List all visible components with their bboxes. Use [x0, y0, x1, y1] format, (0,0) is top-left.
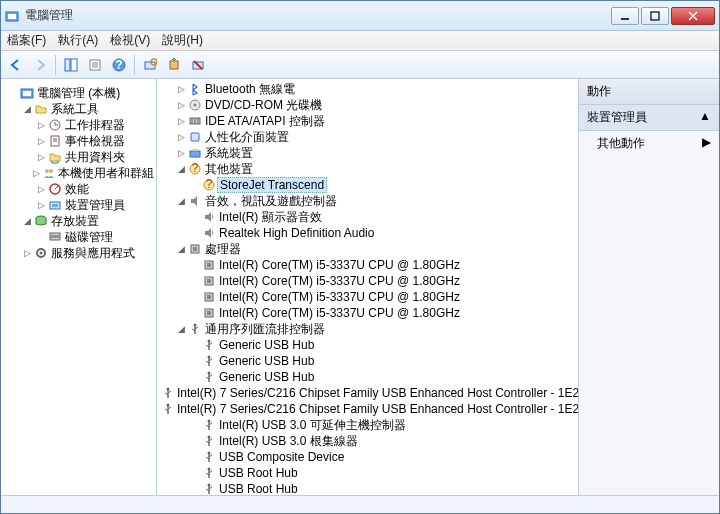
device-category[interactable]: ▷IDE ATA/ATAPI 控制器 [159, 113, 578, 129]
device-category[interactable]: ◢通用序列匯流排控制器 [159, 321, 578, 337]
device-item[interactable]: Generic USB Hub [159, 337, 578, 353]
tree-node-label: Intel(R) Core(TM) i5-3337U CPU @ 1.80GHz [217, 290, 460, 304]
device-item[interactable]: USB Root Hub [159, 481, 578, 495]
device-item[interactable]: Generic USB Hub [159, 369, 578, 385]
device-item[interactable]: Intel(R) Core(TM) i5-3337U CPU @ 1.80GHz [159, 273, 578, 289]
menu-file[interactable]: 檔案(F) [7, 32, 46, 49]
expand-toggle-icon[interactable]: ▷ [21, 248, 33, 258]
tree-node-label: Intel(R) 7 Series/C216 Chipset Family US… [175, 386, 579, 400]
svg-text:?: ? [206, 178, 213, 191]
device-item[interactable]: USB Root Hub [159, 465, 578, 481]
expand-toggle-icon[interactable]: ◢ [21, 216, 33, 226]
svc-icon [33, 245, 49, 261]
device-item[interactable]: Intel(R) 顯示器音效 [159, 209, 578, 225]
tree-item[interactable]: ▷共用資料夾 [5, 149, 156, 165]
forward-button[interactable] [29, 54, 51, 76]
tree-item[interactable]: ▷效能 [5, 181, 156, 197]
svg-rect-58 [207, 295, 211, 299]
usb-icon [187, 321, 203, 337]
device-category[interactable]: ▷人性化介面裝置 [159, 129, 578, 145]
device-item[interactable]: Intel(R) USB 3.0 可延伸主機控制器 [159, 417, 578, 433]
device-item[interactable]: Intel(R) Core(TM) i5-3337U CPU @ 1.80GHz [159, 289, 578, 305]
uninstall-button[interactable] [187, 54, 209, 76]
tree-item[interactable]: ▷事件檢視器 [5, 133, 156, 149]
actions-more-label: 其他動作 [597, 135, 645, 152]
svg-point-37 [40, 252, 43, 255]
expand-toggle-icon[interactable]: ▷ [35, 184, 47, 194]
devmgr-icon [47, 197, 63, 213]
device-category[interactable]: ◢處理器 [159, 241, 578, 257]
expand-toggle-icon[interactable]: ◢ [175, 196, 187, 206]
svg-rect-56 [207, 279, 211, 283]
tree-item[interactable]: ▷本機使用者和群組 [5, 165, 156, 181]
actions-section[interactable]: 裝置管理員 ▲ [579, 105, 719, 131]
expand-toggle-icon[interactable]: ▷ [175, 132, 187, 142]
device-item[interactable]: Intel(R) 7 Series/C216 Chipset Family US… [159, 385, 578, 401]
folder-icon [33, 101, 49, 117]
show-hide-tree-button[interactable] [60, 54, 82, 76]
tree-node-label: Bluetooth 無線電 [203, 81, 295, 98]
expand-toggle-icon[interactable]: ▷ [35, 200, 47, 210]
usb-icon [201, 481, 217, 495]
device-item[interactable]: Intel(R) USB 3.0 根集線器 [159, 433, 578, 449]
expand-toggle-icon[interactable]: ▷ [175, 100, 187, 110]
device-category[interactable]: ▷Bluetooth 無線電 [159, 81, 578, 97]
expand-toggle-icon[interactable]: ▷ [35, 152, 47, 162]
device-item[interactable]: ?StoreJet Transcend [159, 177, 578, 193]
help-button[interactable]: ? [108, 54, 130, 76]
menu-help[interactable]: 說明(H) [162, 32, 203, 49]
scan-hardware-button[interactable] [139, 54, 161, 76]
tree-root[interactable]: 電腦管理 (本機) [5, 85, 156, 101]
expand-toggle-icon[interactable]: ▷ [175, 84, 187, 94]
device-item[interactable]: Intel(R) Core(TM) i5-3337U CPU @ 1.80GHz [159, 257, 578, 273]
device-category[interactable]: ◢音效，視訊及遊戲控制器 [159, 193, 578, 209]
hid-icon [187, 129, 203, 145]
device-tree-pane[interactable]: ▷Bluetooth 無線電▷DVD/CD-ROM 光碟機▷IDE ATA/AT… [157, 79, 579, 495]
close-button[interactable] [671, 7, 715, 25]
tree-node-label: 工作排程器 [63, 117, 125, 134]
device-category[interactable]: ◢?其他裝置 [159, 161, 578, 177]
sound-icon [187, 193, 203, 209]
device-item[interactable]: Intel(R) Core(TM) i5-3337U CPU @ 1.80GHz [159, 305, 578, 321]
expand-toggle-icon[interactable]: ▷ [35, 136, 47, 146]
tree-node-label: Intel(R) Core(TM) i5-3337U CPU @ 1.80GHz [217, 274, 460, 288]
expand-toggle-icon[interactable]: ◢ [175, 164, 187, 174]
titlebar[interactable]: 電腦管理 [1, 1, 719, 31]
maximize-button[interactable] [641, 7, 669, 25]
svg-text:?: ? [115, 58, 122, 72]
tree-system-tools[interactable]: ◢系統工具 [5, 101, 156, 117]
update-driver-button[interactable] [163, 54, 185, 76]
device-item[interactable]: Intel(R) 7 Series/C216 Chipset Family US… [159, 401, 578, 417]
device-item[interactable]: Realtek High Definition Audio [159, 225, 578, 241]
svg-rect-1 [8, 14, 16, 19]
actions-more[interactable]: 其他動作 ▶ [579, 131, 719, 156]
expand-toggle-icon[interactable]: ◢ [175, 324, 187, 334]
tree-item[interactable]: ▷裝置管理員 [5, 197, 156, 213]
tree-storage[interactable]: ◢存放裝置 [5, 213, 156, 229]
tree-item[interactable]: ▷工作排程器 [5, 117, 156, 133]
minimize-button[interactable] [611, 7, 639, 25]
tree-services[interactable]: ▷服務與應用程式 [5, 245, 156, 261]
expand-toggle-icon[interactable]: ▷ [175, 148, 187, 158]
event-icon [47, 133, 63, 149]
menu-action[interactable]: 執行(A) [58, 32, 98, 49]
device-category[interactable]: ▷DVD/CD-ROM 光碟機 [159, 97, 578, 113]
device-category[interactable]: ▷系統裝置 [159, 145, 578, 161]
menu-view[interactable]: 檢視(V) [110, 32, 150, 49]
collapse-up-icon[interactable]: ▲ [699, 109, 711, 126]
expand-toggle-icon[interactable]: ◢ [21, 104, 33, 114]
device-item[interactable]: Generic USB Hub [159, 353, 578, 369]
svg-rect-7 [71, 59, 77, 71]
tree-item[interactable]: 磁碟管理 [5, 229, 156, 245]
left-tree-pane[interactable]: 電腦管理 (本機)◢系統工具▷工作排程器▷事件檢視器▷共用資料夾▷本機使用者和群… [1, 79, 157, 495]
expand-toggle-icon[interactable]: ▷ [32, 168, 43, 178]
expand-toggle-icon[interactable]: ◢ [175, 244, 187, 254]
users-icon [42, 165, 56, 181]
svg-rect-46 [192, 149, 198, 151]
expand-toggle-icon[interactable]: ▷ [35, 120, 47, 130]
unknown-icon: ? [201, 177, 217, 193]
back-button[interactable] [5, 54, 27, 76]
device-item[interactable]: USB Composite Device [159, 449, 578, 465]
properties-button[interactable] [84, 54, 106, 76]
expand-toggle-icon[interactable]: ▷ [175, 116, 187, 126]
